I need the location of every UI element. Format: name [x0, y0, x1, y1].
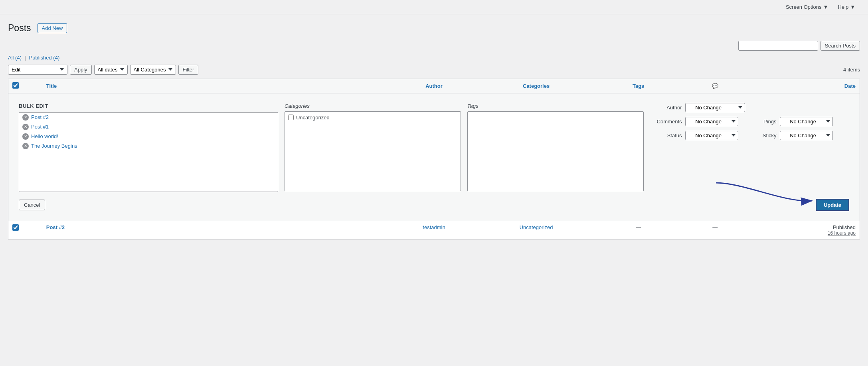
author-link[interactable]: testadmin — [423, 224, 445, 230]
posts-table: Title Author Categories Tags 💬 Date — [8, 79, 860, 239]
th-title[interactable]: Title — [42, 79, 383, 93]
author-option-row: Author — No Change — testadmin — [650, 103, 849, 112]
post1-title: Post #1 — [31, 124, 49, 130]
bulk-edit-inner: BULK EDIT ✕ Post #2 ✕ Post #1 — [12, 97, 856, 199]
list-item: Uncategorized — [287, 113, 459, 122]
th-title-label: Title — [46, 83, 57, 89]
row-date-cell: Published 16 hours ago — [741, 221, 860, 239]
th-checkbox — [8, 79, 42, 93]
categories-col-label: Categories — [285, 103, 461, 109]
post-filter-links: All (4) | Published (4) — [8, 55, 860, 61]
status-option: Status — No Change — — [650, 131, 738, 140]
published-time: 16 hours ago — [745, 230, 856, 236]
tags-textarea[interactable] — [467, 111, 644, 191]
th-tags: Tags — [587, 79, 690, 93]
post2-checkbox[interactable] — [12, 224, 19, 231]
th-author: Author — [383, 79, 485, 93]
tags-value: — — [636, 224, 641, 230]
bulk-edit-posts-list: ✕ Post #2 ✕ Post #1 ✕ Hello world! — [19, 112, 278, 192]
pings-select[interactable]: — No Change — — [780, 117, 833, 126]
row-checkbox-cell — [8, 221, 42, 239]
categories-list: Uncategorized — [285, 111, 461, 191]
bulk-edit-posts-column: BULK EDIT ✕ Post #2 ✕ Post #1 — [19, 103, 285, 192]
list-item: ✕ Post #2 — [19, 113, 278, 122]
bulk-edit-footer: Cancel — [12, 199, 856, 218]
table-header-row: Title Author Categories Tags 💬 Date — [8, 79, 860, 93]
comments-label: Comments — [650, 119, 682, 125]
help-button[interactable]: Help ▼ — [833, 2, 860, 12]
screen-options-label: Screen Options — [786, 4, 822, 10]
cancel-button[interactable]: Cancel — [19, 200, 45, 210]
list-item: ✕ Hello world! — [19, 132, 278, 141]
published-status: Published — [745, 224, 856, 230]
select-all-checkbox[interactable] — [12, 82, 19, 89]
dates-select[interactable]: All dates — [94, 65, 128, 75]
bulk-edit-cell: BULK EDIT ✕ Post #2 ✕ Post #1 — [8, 93, 860, 221]
row-categories-cell: Uncategorized — [485, 221, 587, 239]
row-tags-cell: — — [587, 221, 690, 239]
sticky-option: Sticky — No Change — — [745, 131, 833, 140]
list-item: ✕ The Journey Begins — [19, 141, 278, 151]
bulk-edit-options-column: Author — No Change — testadmin Comments — [650, 103, 849, 192]
remove-post2-icon[interactable]: ✕ — [22, 114, 29, 121]
sticky-label: Sticky — [745, 133, 777, 138]
published-posts-link[interactable]: Published (4) — [29, 55, 60, 61]
row-comments-cell: — — [690, 221, 741, 239]
status-sticky-row: Status — No Change — Sticky — No Change … — [650, 131, 849, 140]
top-bar: Screen Options ▼ Help ▼ — [0, 0, 868, 14]
list-item: ✕ Post #1 — [19, 122, 278, 132]
page-header: Posts Add New — [8, 22, 860, 34]
bulk-edit-tags-column: Tags — [467, 103, 650, 192]
category-link[interactable]: Uncategorized — [520, 224, 553, 230]
th-date[interactable]: Date — [741, 79, 860, 93]
comments-bubble-icon: 💬 — [712, 83, 718, 89]
page-title: Posts — [8, 22, 31, 34]
bulk-action-select[interactable]: Edit Delete Permanently — [8, 65, 67, 75]
post2-title: Post #2 — [31, 114, 49, 120]
bulk-edit-row: BULK EDIT ✕ Post #2 ✕ Post #1 — [8, 93, 860, 221]
help-chevron-icon: ▼ — [850, 4, 855, 10]
pings-option: Pings — No Change — — [745, 117, 833, 126]
categories-select[interactable]: All Categories — [130, 65, 176, 75]
search-row: Search Posts — [8, 41, 860, 51]
author-select[interactable]: — No Change — testadmin — [685, 103, 745, 112]
uncategorized-label: Uncategorized — [296, 115, 330, 121]
screen-options-button[interactable]: Screen Options ▼ — [781, 2, 833, 12]
journey-title: The Journey Begins — [31, 143, 77, 149]
th-categories: Categories — [485, 79, 587, 93]
search-posts-button[interactable]: Search Posts — [821, 41, 860, 51]
search-input[interactable] — [738, 41, 818, 51]
post2-title-link[interactable]: Post #2 — [46, 224, 65, 230]
table-row: Post #2 testadmin Uncategorized — — Publ… — [8, 221, 860, 239]
all-posts-link[interactable]: All (4) — [8, 55, 23, 61]
separator: | — [25, 55, 26, 61]
comments-value: — — [712, 224, 718, 230]
row-author-cell: testadmin — [383, 221, 485, 239]
items-count: 4 items — [843, 67, 860, 73]
remove-post1-icon[interactable]: ✕ — [22, 124, 29, 130]
apply-button[interactable]: Apply — [70, 65, 92, 75]
help-label: Help — [838, 4, 848, 10]
pings-label: Pings — [745, 119, 777, 125]
sticky-select[interactable]: — No Change — — [780, 131, 833, 140]
filter-button[interactable]: Filter — [178, 65, 199, 75]
uncategorized-checkbox[interactable] — [288, 115, 294, 120]
bulk-edit-categories-column: Categories Uncategorized — [285, 103, 467, 192]
remove-hello-world-icon[interactable]: ✕ — [22, 133, 29, 140]
bulk-edit-label: BULK EDIT — [19, 103, 278, 112]
main-content: Posts Add New Search Posts All (4) | Pub… — [0, 14, 868, 239]
update-button[interactable]: Update — [816, 199, 849, 211]
filter-row: Edit Delete Permanently Apply All dates … — [8, 65, 860, 75]
remove-journey-icon[interactable]: ✕ — [22, 143, 29, 149]
comments-select[interactable]: — No Change — — [685, 117, 738, 126]
comments-pings-row: Comments — No Change — Pings — No Change… — [650, 117, 849, 126]
status-label: Status — [650, 133, 682, 138]
row-title-cell: Post #2 — [42, 221, 383, 239]
screen-options-chevron-icon: ▼ — [823, 4, 828, 10]
add-new-button[interactable]: Add New — [38, 23, 67, 33]
tags-col-label: Tags — [467, 103, 644, 109]
th-comments: 💬 — [690, 79, 741, 93]
status-select[interactable]: — No Change — — [685, 131, 738, 140]
author-label: Author — [650, 105, 682, 111]
hello-world-title: Hello world! — [31, 133, 58, 139]
